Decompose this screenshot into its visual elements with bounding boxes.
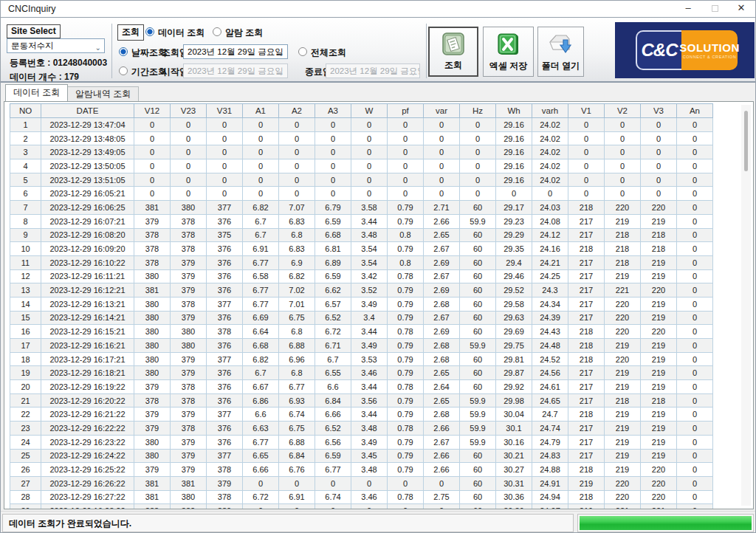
grid-cell[interactable]: 24.91	[532, 476, 568, 490]
grid-cell[interactable]: 218	[568, 325, 605, 339]
grid-cell[interactable]: 24.21	[532, 255, 568, 269]
grid-cell[interactable]: 6.9	[279, 255, 315, 269]
grid-cell[interactable]: 6.64	[243, 325, 279, 339]
grid-cell[interactable]: 2023-12-29 16:28:22	[41, 504, 134, 509]
grid-cell[interactable]: 6.7	[243, 214, 279, 228]
grid-cell[interactable]: 4	[10, 159, 41, 173]
grid-cell[interactable]: 2023-12-29 16:14:21	[41, 311, 134, 325]
grid-cell[interactable]: 381	[171, 476, 207, 490]
grid-cell[interactable]: 0	[207, 131, 243, 145]
grid-cell[interactable]: 2.65	[424, 393, 460, 408]
grid-cell[interactable]: 29.58	[496, 297, 532, 311]
grid-cell[interactable]: 378	[134, 255, 171, 269]
grid-cell[interactable]: 24.39	[532, 311, 568, 325]
grid-cell[interactable]: 21	[10, 393, 41, 408]
grid-cell[interactable]: 6.8	[279, 366, 315, 380]
grid-cell[interactable]: 7.01	[279, 297, 315, 311]
grid-cell[interactable]: 2023-12-29 16:17:21	[41, 352, 134, 366]
grid-cell[interactable]: 0	[388, 159, 424, 173]
grid-cell[interactable]: 0	[677, 297, 713, 311]
grid-cell[interactable]: 377	[207, 201, 243, 215]
grid-cell[interactable]: 2.65	[424, 366, 460, 380]
grid-cell[interactable]: 60	[460, 504, 496, 509]
grid-cell[interactable]: 29.29	[496, 228, 532, 242]
grid-cell[interactable]: 60	[460, 255, 496, 269]
grid-cell[interactable]: 219	[605, 422, 641, 436]
grid-cell[interactable]: 24.02	[532, 145, 568, 159]
grid-cell[interactable]: 380	[134, 269, 171, 283]
grid-cell[interactable]: 378	[171, 297, 207, 311]
grid-cell[interactable]: 7.07	[279, 201, 315, 215]
grid-cell[interactable]: 6.6	[315, 380, 351, 394]
grid-cell[interactable]: 2023-12-29 16:19:22	[41, 380, 134, 394]
grid-cell[interactable]: 376	[207, 393, 243, 408]
grid-cell[interactable]: 0	[351, 476, 388, 490]
grid-cell[interactable]: 30.04	[496, 408, 532, 422]
grid-cell[interactable]: 24.97	[532, 504, 568, 509]
grid-cell[interactable]: 380	[134, 435, 171, 449]
grid-cell[interactable]: 6.52	[315, 311, 351, 325]
grid-cell[interactable]: 0	[568, 159, 605, 173]
grid-cell[interactable]: 0	[424, 504, 460, 509]
grid-cell[interactable]: 220	[641, 490, 677, 504]
grid-cell[interactable]: 3.56	[351, 393, 388, 408]
grid-cell[interactable]: 220	[641, 283, 677, 298]
grid-cell[interactable]: 0	[641, 173, 677, 187]
grid-cell[interactable]: 0.79	[388, 283, 424, 298]
column-header-v1[interactable]: V1	[568, 104, 605, 118]
grid-cell[interactable]: 379	[207, 476, 243, 490]
grid-cell[interactable]: 0.79	[388, 449, 424, 463]
grid-cell[interactable]: 6.84	[279, 449, 315, 463]
grid-cell[interactable]: 6.77	[279, 380, 315, 394]
grid-cell[interactable]: 217	[568, 269, 605, 283]
grid-cell[interactable]: 0	[351, 504, 388, 509]
grid-cell[interactable]: 24.48	[532, 339, 568, 353]
grid-cell[interactable]: 0	[315, 145, 351, 159]
grid-cell[interactable]: 3.4	[351, 311, 388, 325]
grid-cell[interactable]: 381	[134, 476, 171, 490]
grid-cell[interactable]: 380	[134, 366, 171, 380]
grid-cell[interactable]: 6.83	[279, 242, 315, 256]
grid-cell[interactable]: 3.49	[351, 435, 388, 449]
grid-cell[interactable]: 6.77	[243, 435, 279, 449]
grid-cell[interactable]: 218	[605, 242, 641, 256]
grid-cell[interactable]: 30.1	[496, 422, 532, 436]
grid-cell[interactable]: 0	[388, 131, 424, 145]
grid-cell[interactable]: 378	[207, 463, 243, 477]
grid-cell[interactable]: 0	[315, 173, 351, 187]
grid-cell[interactable]: 219	[641, 366, 677, 380]
grid-cell[interactable]: 0	[460, 131, 496, 145]
grid-cell[interactable]: 378	[134, 228, 171, 242]
grid-cell[interactable]: 380	[171, 339, 207, 353]
grid-cell[interactable]: 2.68	[424, 339, 460, 353]
grid-cell[interactable]: 30.27	[496, 463, 532, 477]
grid-cell[interactable]: 0	[641, 145, 677, 159]
grid-cell[interactable]: 7.02	[279, 283, 315, 298]
grid-cell[interactable]: 6.96	[279, 352, 315, 366]
grid-cell[interactable]: 2023-12-29 16:08:20	[41, 228, 134, 242]
grid-cell[interactable]: 24.61	[532, 380, 568, 394]
grid-cell[interactable]: 3.44	[351, 325, 388, 339]
grid-cell[interactable]: 0	[424, 173, 460, 187]
grid-cell[interactable]: 220	[605, 311, 641, 325]
grid-cell[interactable]: 0.79	[388, 297, 424, 311]
grid-cell[interactable]: 6.7	[243, 366, 279, 380]
grid-cell[interactable]: 10	[10, 242, 41, 256]
grid-cell[interactable]: 29.46	[496, 269, 532, 283]
grid-cell[interactable]: 0	[424, 159, 460, 173]
grid-cell[interactable]: 0	[424, 131, 460, 145]
grid-cell[interactable]: 219	[568, 476, 605, 490]
grid-cell[interactable]: 219	[641, 435, 677, 449]
grid-cell[interactable]: 6.86	[243, 393, 279, 408]
grid-cell[interactable]: 0	[207, 118, 243, 132]
grid-cell[interactable]: 0	[351, 159, 388, 173]
grid-cell[interactable]: 6.69	[243, 311, 279, 325]
grid-cell[interactable]: 219	[605, 408, 641, 422]
grid-cell[interactable]: 0	[134, 187, 171, 201]
grid-cell[interactable]: 2023-12-29 13:51:05	[41, 173, 134, 187]
grid-cell[interactable]: 60	[460, 297, 496, 311]
grid-cell[interactable]: 3	[10, 145, 41, 159]
grid-cell[interactable]: 0	[279, 476, 315, 490]
grid-cell[interactable]: 380	[171, 201, 207, 215]
scrollbar-thumb[interactable]	[744, 111, 748, 171]
